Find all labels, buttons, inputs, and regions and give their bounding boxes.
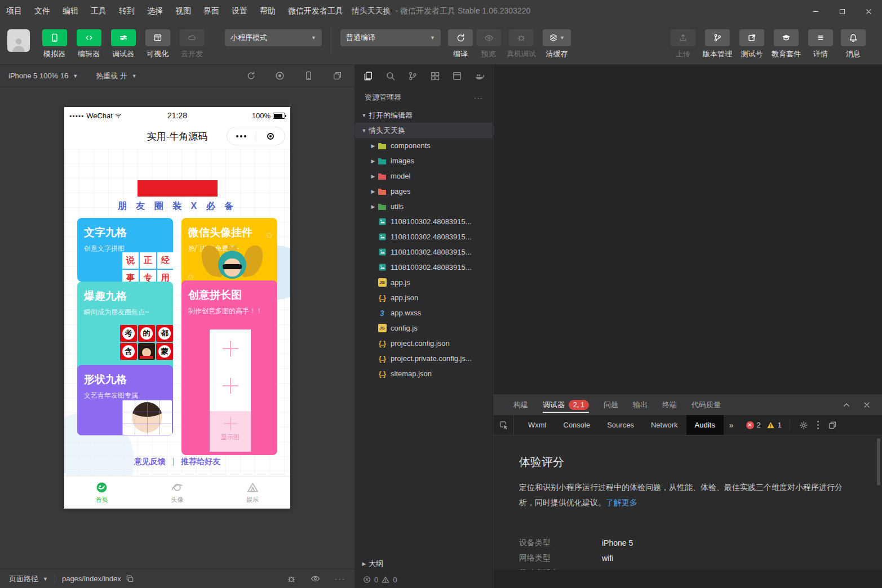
- learn-more-link[interactable]: 了解更多: [606, 498, 637, 507]
- compile-mode-select[interactable]: 普通编译▼: [340, 29, 441, 46]
- version-manage-button[interactable]: 版本管理: [699, 29, 735, 59]
- toggle-simulator-button[interactable]: 模拟器: [37, 29, 72, 59]
- menu-interface[interactable]: 界面: [197, 6, 225, 16]
- folder-components[interactable]: ▶ components: [355, 138, 493, 153]
- debugger-panel: 构建 调试器 2, 1 问题 输出 终端 代码质量 Wxml Console S…: [494, 394, 882, 588]
- chevron-down-icon: ▼: [311, 35, 316, 41]
- folder-model[interactable]: ▶ model: [355, 168, 493, 184]
- test-account-button[interactable]: 测试号: [735, 29, 768, 59]
- hot-reload-select[interactable]: 热重载 开▼: [96, 71, 137, 81]
- folder-utils[interactable]: ▶ utils: [355, 199, 493, 214]
- file-app-json[interactable]: {..} app.json: [355, 290, 493, 305]
- tab-fun[interactable]: 娱乐: [215, 476, 290, 509]
- copy-icon[interactable]: [126, 574, 134, 583]
- bug-icon[interactable]: [287, 574, 296, 583]
- menu-select[interactable]: 选择: [141, 6, 169, 16]
- window-icon[interactable]: [452, 71, 462, 81]
- menu-file[interactable]: 文件: [28, 6, 56, 16]
- compile-button[interactable]: 编译: [446, 29, 475, 59]
- menu-settings[interactable]: 设置: [225, 6, 254, 16]
- more-menu-button[interactable]: [227, 135, 256, 137]
- devtools-tab-wxml[interactable]: Wxml: [520, 415, 555, 435]
- ad-banner[interactable]: [138, 180, 218, 197]
- console-counts[interactable]: ✕ 2 1: [746, 421, 782, 429]
- outline-section[interactable]: ▶ 大纲: [355, 556, 493, 571]
- file-image[interactable]: 1108100302.48083915...: [355, 229, 493, 244]
- feedback-link[interactable]: 意见反馈: [134, 457, 166, 466]
- maximize-button[interactable]: [829, 0, 856, 23]
- undock-icon[interactable]: [828, 421, 837, 430]
- tab-problems[interactable]: 问题: [596, 394, 626, 415]
- file-sitemap-json[interactable]: {..} sitemap.json: [355, 366, 493, 381]
- whale-icon[interactable]: [475, 71, 485, 81]
- minimize-button[interactable]: [803, 0, 829, 23]
- devtools-tab-network[interactable]: Network: [642, 415, 686, 435]
- user-avatar[interactable]: [7, 29, 30, 52]
- file-image[interactable]: 1108100302.48083915...: [355, 260, 493, 275]
- multi-window-icon[interactable]: [333, 71, 342, 81]
- file-app-js[interactable]: JS app.js: [355, 275, 493, 290]
- tab-home[interactable]: 首页: [64, 476, 140, 509]
- menu-tools[interactable]: 工具: [85, 6, 113, 16]
- file-app-wxss[interactable]: 3 app.wxss: [355, 305, 493, 320]
- tab-build[interactable]: 构建: [506, 394, 535, 415]
- menu-view[interactable]: 视图: [169, 6, 197, 16]
- clear-cache-button[interactable]: ▼ 清缓存: [540, 29, 574, 59]
- git-branch-icon[interactable]: [407, 71, 418, 81]
- messages-button[interactable]: 消息: [837, 29, 870, 59]
- file-project-config[interactable]: {..} project.config.json: [355, 336, 493, 351]
- tab-code-quality[interactable]: 代码质量: [684, 394, 728, 415]
- file-project-private-config[interactable]: {..} project.private.config.js...: [355, 351, 493, 366]
- close-button[interactable]: [856, 0, 882, 23]
- device-frame-icon[interactable]: [304, 71, 313, 81]
- close-icon[interactable]: [863, 401, 871, 409]
- menu-devtools[interactable]: 微信开发者工具: [282, 6, 349, 16]
- devtools-tab-audits[interactable]: Audits: [686, 415, 724, 435]
- more-tabs-button[interactable]: »: [724, 421, 739, 430]
- kebab-menu-icon[interactable]: [817, 420, 819, 430]
- more-icon[interactable]: ···: [474, 93, 483, 102]
- close-miniprogram-button[interactable]: [256, 133, 285, 140]
- toggle-debugger-button[interactable]: 调试器: [106, 29, 140, 59]
- extensions-icon[interactable]: [430, 71, 440, 81]
- tab-terminal[interactable]: 终端: [655, 394, 684, 415]
- gear-icon[interactable]: [799, 421, 808, 430]
- files-icon[interactable]: [363, 71, 373, 81]
- device-select[interactable]: iPhone 5 100% 16▼: [8, 72, 78, 80]
- search-icon[interactable]: [385, 71, 396, 81]
- project-root[interactable]: ▼ 情头天天换: [355, 123, 493, 138]
- problems-summary[interactable]: 0 0: [355, 571, 493, 588]
- file-image[interactable]: 1108100302.48083915...: [355, 244, 493, 260]
- tab-avatar[interactable]: 头像: [140, 476, 215, 509]
- devtools-tab-sources[interactable]: Sources: [599, 415, 642, 435]
- details-button[interactable]: 详情: [804, 29, 837, 59]
- recommend-link[interactable]: 推荐给好友: [181, 457, 220, 466]
- tab-output[interactable]: 输出: [626, 394, 655, 415]
- layout-icon: [153, 33, 162, 42]
- menu-project[interactable]: 项目: [0, 6, 28, 16]
- scrollbar-thumb[interactable]: [877, 438, 880, 485]
- menu-goto[interactable]: 转到: [113, 6, 141, 16]
- folder-images[interactable]: ▶ images: [355, 153, 493, 168]
- inspect-element-button[interactable]: [494, 415, 514, 435]
- mode-select[interactable]: 小程序模式▼: [225, 29, 322, 46]
- file-image[interactable]: 1108100302.48083915...: [355, 214, 493, 229]
- toolbar-divider: [331, 27, 331, 54]
- devtools-tab-console[interactable]: Console: [555, 415, 599, 435]
- file-config-js[interactable]: JS config.js: [355, 320, 493, 336]
- stop-icon[interactable]: [275, 71, 285, 81]
- image-file-icon: [378, 233, 387, 241]
- menu-edit[interactable]: 编辑: [56, 6, 85, 16]
- toggle-editor-button[interactable]: 编辑器: [72, 29, 106, 59]
- collapse-icon[interactable]: [843, 401, 850, 409]
- more-icon[interactable]: ···: [335, 574, 345, 583]
- page-path-label[interactable]: 页面路径: [9, 574, 38, 584]
- menu-help[interactable]: 帮助: [254, 6, 282, 16]
- toggle-visual-button[interactable]: 可视化: [140, 29, 175, 59]
- eye-icon[interactable]: [311, 574, 320, 583]
- folder-pages[interactable]: ▶ pages: [355, 184, 493, 199]
- tab-debugger[interactable]: 调试器 2, 1: [535, 394, 596, 415]
- edu-suite-button[interactable]: 教育套件: [768, 29, 804, 59]
- restart-icon[interactable]: [246, 71, 256, 81]
- open-editors-section[interactable]: ▼ 打开的编辑器: [355, 108, 493, 123]
